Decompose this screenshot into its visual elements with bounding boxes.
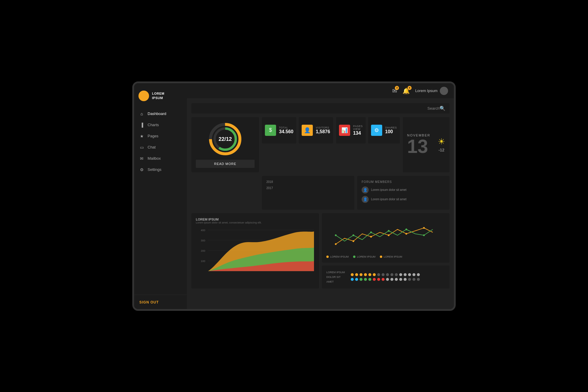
logo-text: LOREM IPSUM	[152, 91, 164, 100]
dot	[368, 273, 371, 276]
logo-area: LOREM IPSUM	[134, 86, 187, 109]
stat-label-total: TOTAL	[279, 126, 293, 129]
read-more-button[interactable]: READ MORE	[196, 160, 255, 168]
svg-text:400: 400	[201, 229, 205, 232]
stat-value-visitors: 1,5876	[316, 129, 330, 134]
chat-icon: ▭	[139, 145, 144, 150]
line-chart-legend: LOREM IPSUM LOREM IPSUM LOREM IPSUM	[326, 255, 445, 258]
stat-card-visitors: 👤 VISITORS 1,5876	[299, 117, 333, 144]
sidebar-item-chat[interactable]: ▭ Chat	[134, 142, 187, 153]
mail-nav-icon: ✉	[139, 156, 144, 161]
bottom-row: LOREM IPSUM Lorem ipsum dolor sit amet, …	[191, 213, 450, 289]
svg-text:300: 300	[201, 239, 205, 242]
area-chart-card: LOREM IPSUM Lorem ipsum dolor sit amet, …	[191, 213, 319, 289]
sidebar-item-mailbox[interactable]: ✉ Mailbox	[134, 153, 187, 164]
header-icons: ✉ 3 🔔 6 Lorem Ipsum	[392, 87, 448, 95]
bar-row-2017: 2017	[266, 186, 350, 190]
sidebar-item-pages[interactable]: ★ Pages	[134, 131, 187, 141]
search-icon[interactable]: 🔍	[440, 106, 445, 111]
dot	[390, 278, 393, 281]
stat-value-shares: 100	[385, 129, 397, 134]
user-menu[interactable]: Lorem Ipsum	[415, 87, 448, 95]
legend-dot-3	[380, 256, 382, 258]
stat-value-pages: 134	[353, 131, 363, 136]
stat-icon-shares: ⚙	[371, 125, 382, 136]
dot	[412, 278, 415, 281]
pages-shares-grid: 📊 PAGES VIEW 134 ⚙ SHARES 100	[336, 117, 400, 172]
temperature: -12	[438, 148, 444, 152]
calendar-card: NOVEMBER 13 ☀ -12	[403, 117, 450, 172]
main-content: ✉ 3 🔔 6 Lorem Ipsum	[187, 83, 454, 309]
area-chart-svg: 400 300 200 100	[196, 227, 315, 274]
calendar-right: ☀ -12	[438, 137, 445, 152]
calendar-day: 13	[407, 137, 430, 156]
dot	[382, 273, 385, 276]
dot	[373, 273, 376, 276]
legend-dot-2	[353, 256, 355, 258]
charts-icon: ▐	[139, 123, 144, 127]
dot	[404, 273, 407, 276]
search-input[interactable]	[196, 106, 427, 111]
dot	[373, 278, 376, 281]
stat-value-total: 34.560	[279, 129, 293, 134]
stat-card-total: $ TOTAL 34.560	[262, 117, 296, 144]
area-chart-subtitle: Lorem ipsum dolor sit amet, consectetuer…	[196, 221, 315, 224]
dot	[351, 278, 354, 281]
top-row: 22/12 READ MORE $ TOTAL 34.560	[191, 117, 450, 172]
dot	[395, 273, 398, 276]
line-chart-card: LOREM IPSUM LOREM IPSUM LOREM IPSUM	[322, 213, 450, 263]
nav-label-charts: Charts	[148, 123, 159, 127]
dot	[386, 278, 389, 281]
search-bar: Search 🔍	[191, 103, 450, 114]
bar-year-2018: 2018	[266, 180, 275, 184]
mail-button[interactable]: ✉ 3	[392, 87, 397, 94]
dot	[404, 278, 407, 281]
dot	[377, 273, 380, 276]
svg-point-21	[353, 234, 354, 236]
device-frame: LOREM IPSUM ⌂ Dashboard ▐ Charts ★ Pages	[132, 81, 456, 311]
dot	[399, 273, 402, 276]
svg-point-22	[370, 231, 372, 233]
legend-item-3: LOREM IPSUM	[380, 255, 402, 258]
svg-point-23	[388, 230, 390, 232]
stat-label-visitors: VISITORS	[316, 126, 330, 129]
nav-label-dashboard: Dashboard	[148, 111, 166, 116]
dot-label-line2: DOLOR SIT	[326, 275, 345, 279]
forum-title: FORUM MEMBERS	[362, 180, 445, 184]
bar-row-2018: 2018	[266, 180, 350, 184]
nav-label-pages: Pages	[148, 134, 158, 138]
dot	[364, 278, 367, 281]
header: ✉ 3 🔔 6 Lorem Ipsum	[187, 83, 454, 99]
stat-icon-total: $	[265, 125, 276, 136]
bell-button[interactable]: 🔔 6	[402, 87, 410, 94]
line-chart-svg	[326, 218, 445, 253]
sidebar-item-charts[interactable]: ▐ Charts	[134, 120, 187, 130]
legend-item-2: LOREM IPSUM	[353, 255, 375, 258]
signout-button[interactable]: SIGN OUT	[139, 300, 159, 304]
stat-label-shares: SHARES	[385, 126, 397, 129]
dot	[364, 273, 367, 276]
dot	[351, 273, 354, 276]
legend-item-1: LOREM IPSUM	[326, 255, 349, 258]
dot	[408, 278, 411, 281]
dot	[390, 273, 393, 276]
sidebar-item-settings[interactable]: ⚙ Settings	[134, 164, 187, 175]
dot	[417, 273, 420, 276]
dashboard-body: Search 🔍	[187, 99, 454, 309]
mail-badge: 3	[395, 86, 399, 90]
sidebar: LOREM IPSUM ⌂ Dashboard ▐ Charts ★ Pages	[134, 83, 187, 309]
dot	[360, 273, 363, 276]
user-avatar	[440, 87, 448, 95]
stat-icon-visitors: 👤	[302, 125, 313, 136]
sidebar-item-dashboard[interactable]: ⌂ Dashboard	[134, 109, 187, 119]
bar-year-2017: 2017	[266, 186, 275, 190]
svg-point-18	[405, 233, 407, 235]
member-text-1: Lorem ipsum dolor sit amet	[371, 188, 407, 191]
dot	[368, 278, 371, 281]
svg-point-17	[388, 234, 390, 236]
signout-area: SIGN OUT	[134, 295, 187, 309]
search-label: Search	[427, 106, 440, 111]
stat-label-pages: PAGES VIEW	[353, 125, 363, 131]
stat-card-pages: 📊 PAGES VIEW 134	[336, 117, 366, 144]
dot	[395, 278, 398, 281]
